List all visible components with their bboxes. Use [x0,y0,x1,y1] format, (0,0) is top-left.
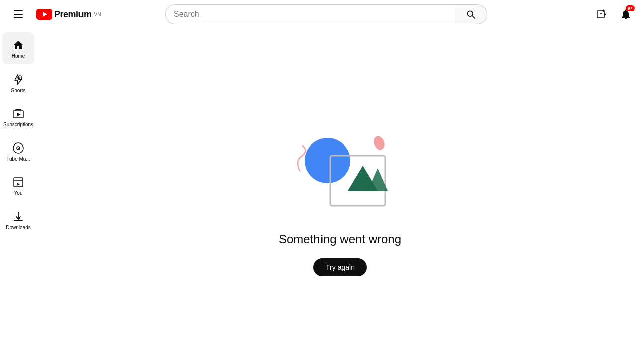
notifications-button[interactable]: 9+ [616,4,636,24]
svg-point-16 [18,148,19,149]
svg-marker-5 [604,13,606,16]
svg-point-21 [305,138,350,183]
sidebar-item-downloads[interactable]: Downloads [2,203,34,236]
search-input[interactable] [165,4,455,24]
header-left: PremiumVN [8,4,109,24]
logo-area[interactable]: PremiumVN [36,9,101,20]
home-icon [12,39,24,51]
sidebar-item-subscriptions-label: Subscriptions [3,122,33,127]
svg-marker-13 [17,113,21,116]
downloads-icon [12,210,24,223]
menu-button[interactable] [8,4,28,24]
header: PremiumVN [0,0,644,28]
sidebar-item-shorts-label: Shorts [11,88,26,93]
error-svg [270,115,411,216]
sidebar-item-youtube-music-label: Tube Mu... [6,156,30,162]
svg-rect-17 [14,178,23,187]
error-illustration [270,115,411,216]
sidebar: Home Shorts Subscriptions [0,28,36,363]
svg-rect-12 [15,109,21,110]
logo-text: Premium [54,9,92,20]
try-again-button[interactable]: Try again [313,258,367,276]
shorts-icon [12,74,24,86]
vn-badge: VN [94,12,101,17]
sidebar-item-downloads-label: Downloads [6,225,30,230]
header-right: 9+ [592,4,636,24]
search-form [165,4,487,24]
sidebar-item-subscriptions[interactable]: Subscriptions [2,101,34,133]
create-button[interactable] [592,4,612,24]
search-icon [466,9,476,19]
svg-marker-19 [17,183,20,186]
header-center [165,4,487,24]
sidebar-item-home-label: Home [12,53,25,59]
sidebar-item-home[interactable]: Home [2,32,34,64]
create-icon [596,8,608,20]
youtube-icon [36,9,52,20]
sidebar-item-youtube-music[interactable]: Tube Mu... [2,135,34,167]
sidebar-item-shorts[interactable]: Shorts [2,66,34,99]
error-title: Something went wrong [279,232,401,246]
notifications-badge: 9+ [626,5,635,11]
svg-line-3 [472,16,474,18]
music-icon [12,142,24,154]
main-content: Something went wrong Try again [36,28,644,363]
sidebar-item-you-label: You [14,190,23,196]
subscriptions-icon [12,108,24,120]
svg-point-25 [372,134,386,151]
you-icon [12,176,24,188]
sidebar-item-you[interactable]: You [2,169,34,201]
search-button[interactable] [455,4,487,24]
